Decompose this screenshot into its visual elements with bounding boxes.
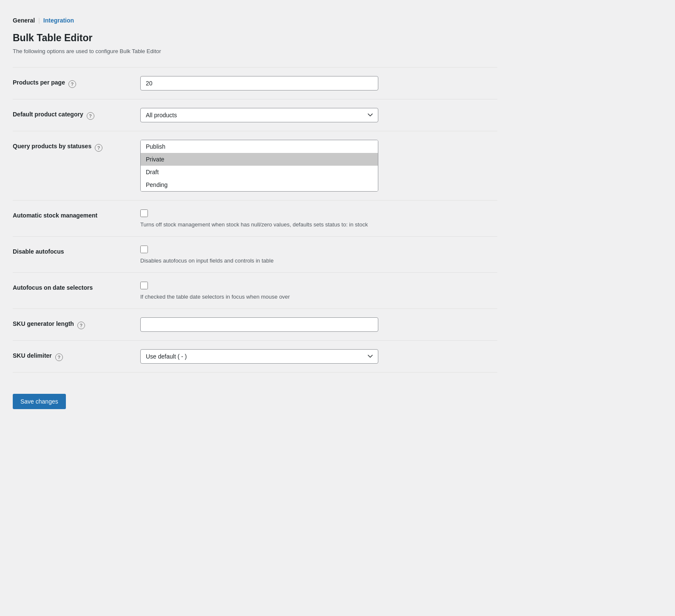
label-sku-generator-length: SKU generator length [13,320,74,328]
label-col-automatic-stock-management: Automatic stock management [13,209,140,220]
label-col-query-products-by-statuses: Query products by statuses ? [13,140,140,152]
tab-general[interactable]: General [13,17,35,24]
sku-delimiter-select[interactable]: Use default ( - ) None Underscore ( _ ) … [140,349,378,364]
settings-row-sku-delimiter: SKU delimiter ? Use default ( - ) None U… [13,340,497,372]
automatic-stock-management-checkbox[interactable] [140,209,148,217]
page-title: Bulk Table Editor [13,32,497,44]
autofocus-date-selectors-description: If checked the table date selectors in f… [140,294,497,300]
label-col-default-product-category: Default product category ? [13,108,140,120]
settings-row-sku-generator-length: SKU generator length ? [13,308,497,340]
help-icon-sku-generator-length[interactable]: ? [77,322,85,329]
autofocus-date-selectors-checkbox[interactable] [140,282,148,289]
listbox-item-draft[interactable]: Draft [141,166,378,178]
sku-generator-length-input[interactable] [140,317,378,332]
checkbox-row-disable-autofocus [140,245,497,253]
control-col-query-products-by-statuses: Publish Private Draft Pending [140,140,497,192]
disable-autofocus-description: Disables autofocus on input fields and c… [140,257,497,264]
footer-row: Save changes [13,372,497,409]
products-per-page-input[interactable] [140,76,378,90]
label-autofocus-date-selectors: Autofocus on date selectors [13,284,93,292]
settings-row-default-product-category: Default product category ? All products … [13,99,497,131]
label-products-per-page: Products per page [13,79,65,87]
settings-row-automatic-stock-management: Automatic stock management Turns off sto… [13,200,497,236]
listbox-item-publish[interactable]: Publish [141,140,378,153]
control-col-default-product-category: All products Clothing Electronics Books [140,108,497,122]
disable-autofocus-checkbox[interactable] [140,246,148,253]
control-col-disable-autofocus: Disables autofocus on input fields and c… [140,245,497,264]
page-description: The following options are used to config… [13,48,497,54]
label-default-product-category: Default product category [13,110,83,119]
settings-row-autofocus-date-selectors: Autofocus on date selectors If checked t… [13,272,497,308]
listbox-item-private[interactable]: Private [141,153,378,166]
nav-tabs: General | Integration [13,17,497,24]
status-listbox[interactable]: Publish Private Draft Pending [140,140,378,192]
label-sku-delimiter: SKU delimiter [13,352,52,360]
tab-integration[interactable]: Integration [43,17,74,24]
label-automatic-stock-management: Automatic stock management [13,212,97,220]
label-disable-autofocus: Disable autofocus [13,248,64,256]
settings-row-disable-autofocus: Disable autofocus Disables autofocus on … [13,236,497,272]
automatic-stock-management-description: Turns off stock management when stock ha… [140,221,497,228]
page-container: General | Integration Bulk Table Editor … [13,8,497,418]
label-query-products-by-statuses: Query products by statuses [13,142,91,151]
control-col-products-per-page [140,76,497,90]
settings-row-query-products-by-statuses: Query products by statuses ? Publish Pri… [13,131,497,200]
help-icon-sku-delimiter[interactable]: ? [55,353,63,361]
listbox-item-pending[interactable]: Pending [141,178,378,191]
checkbox-row-automatic-stock [140,209,497,217]
control-col-sku-generator-length [140,317,497,332]
default-product-category-select[interactable]: All products Clothing Electronics Books [140,108,378,122]
help-icon-default-product-category[interactable]: ? [87,112,94,120]
control-col-automatic-stock-management: Turns off stock management when stock ha… [140,209,497,228]
label-col-products-per-page: Products per page ? [13,76,140,88]
help-icon-products-per-page[interactable]: ? [68,80,76,88]
label-col-sku-delimiter: SKU delimiter ? [13,349,140,361]
label-col-disable-autofocus: Disable autofocus [13,245,140,256]
label-col-autofocus-date-selectors: Autofocus on date selectors [13,281,140,292]
control-col-autofocus-date-selectors: If checked the table date selectors in f… [140,281,497,300]
save-changes-button[interactable]: Save changes [13,394,66,409]
settings-row-products-per-page: Products per page ? [13,67,497,99]
help-icon-query-products-by-statuses[interactable]: ? [95,144,102,152]
label-col-sku-generator-length: SKU generator length ? [13,317,140,329]
checkbox-row-autofocus-date-selectors [140,281,497,289]
control-col-sku-delimiter: Use default ( - ) None Underscore ( _ ) … [140,349,497,364]
nav-divider: | [38,17,40,24]
